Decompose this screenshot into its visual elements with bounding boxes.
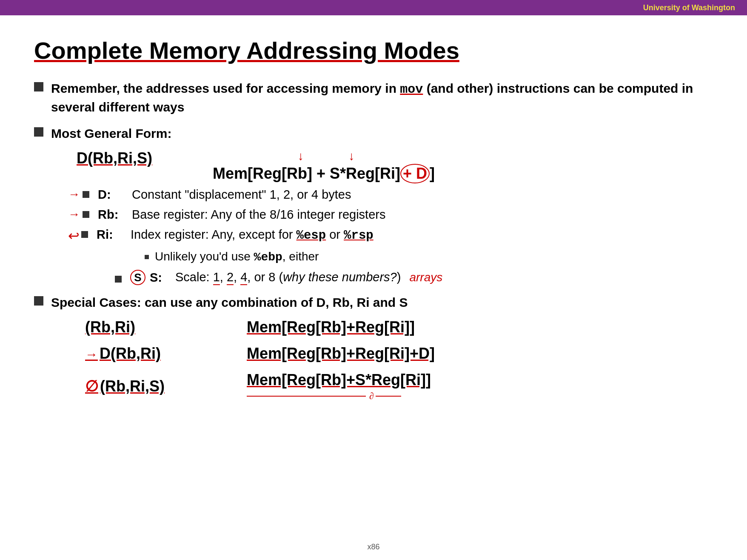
scale-4: 4 <box>240 270 247 285</box>
special-right-3: Mem[Reg[Rb]+S*Reg[Ri]] <box>247 371 431 389</box>
special-left-2: →D(Rb,Ri) <box>85 345 247 363</box>
red-line-bottom-2 <box>376 396 401 397</box>
small-square <box>145 255 149 259</box>
bullet-2: Most General Form: <box>34 125 713 143</box>
special-right-3-wrapper: Mem[Reg[Rb]+S*Reg[Ri]] ∂ <box>247 371 431 402</box>
s-circle: S <box>130 270 145 285</box>
label-Rb: Rb: <box>98 208 132 222</box>
nested-text: Unlikely you'd use %ebp, either <box>155 250 319 264</box>
scale-2: 2 <box>227 270 234 285</box>
slide-content: Complete Memory Addressing Modes Remembe… <box>0 15 747 427</box>
footer-bar: x86 <box>0 543 747 551</box>
text-Ri: Index register: Any, except for %esp or … <box>131 228 374 243</box>
special-mem-3: Mem[Reg[Rb]+S*Reg[Ri]] <box>247 371 431 389</box>
circled-d: + D <box>400 164 430 183</box>
text-S: Scale: 1, 2, 4, or 8 (why these numbers?… <box>175 270 401 285</box>
form-right: Mem[Reg[Rb] + S*Reg[Ri]+ D] <box>213 164 435 183</box>
special-left-3: ∅(Rb,Ri,S) <box>85 377 247 395</box>
label-S: S: <box>150 271 175 285</box>
special-form-2: D(Rb,Ri) <box>100 345 161 362</box>
special-form-3: (Rb,Ri,S) <box>100 377 165 395</box>
square-Rb <box>83 211 89 218</box>
scale-question: why these numbers? <box>283 270 397 284</box>
sub-bullet-Rb: → Rb: Base register: Any of the 8/16 int… <box>68 208 713 222</box>
special-row-2: →D(Rb,Ri) Mem[Reg[Rb]+Reg[Ri]+D] <box>85 345 713 363</box>
bullet-1-section: Remember, the addresses used for accessi… <box>34 80 713 116</box>
phi-symbol: ∅ <box>85 377 98 395</box>
bullet-1: Remember, the addresses used for accessi… <box>34 80 713 116</box>
special-right-2: Mem[Reg[Rb]+Reg[Ri]+D] <box>247 345 435 363</box>
university-title: University of Washington <box>643 3 735 12</box>
general-form: D(Rb,Ri,S) ↓ ↓ Mem[Reg[Rb] + S*Reg[Ri]+ … <box>34 149 713 183</box>
bullet-3: Special Cases: can use any combination o… <box>34 294 713 311</box>
bullet-3-section: Special Cases: can use any combination o… <box>34 294 713 402</box>
label-D: D: <box>98 188 132 202</box>
sub-bullet-Ri: ↩ Ri: Index register: Any, except for %e… <box>68 228 713 244</box>
red-arrows: ↓ ↓ <box>298 149 368 163</box>
special-row-3: ∅(Rb,Ri,S) Mem[Reg[Rb]+S*Reg[Ri]] ∂ <box>85 371 713 402</box>
bullet-3-text: Special Cases: can use any combination o… <box>51 294 408 311</box>
special-cases-rows: (Rb,Ri) Mem[Reg[Rb]+Reg[Ri]] →D(Rb,Ri) M… <box>34 318 713 402</box>
square-S <box>115 276 122 283</box>
form-left-text: D(Rb,Ri,S) <box>77 149 152 167</box>
form-right-wrapper: ↓ ↓ Mem[Reg[Rb] + S*Reg[Ri]+ D] <box>213 149 435 183</box>
bullet-square-2 <box>34 127 43 137</box>
s-bullet: S S: Scale: 1, 2, 4, or 8 (why these num… <box>102 270 713 285</box>
nested-bullet: Unlikely you'd use %ebp, either <box>145 250 713 264</box>
neg-arrow-2: → <box>85 347 98 361</box>
special-row-1: (Rb,Ri) Mem[Reg[Rb]+Reg[Ri]] <box>85 318 713 336</box>
bullet-2-text: Most General Form: <box>51 125 171 143</box>
slide-title: Complete Memory Addressing Modes <box>34 37 713 64</box>
mov-keyword: mov <box>400 82 423 97</box>
special-mem-1: Mem[Reg[Rb]+Reg[Ri]] <box>247 318 415 336</box>
special-form-1: (Rb,Ri) <box>85 318 135 336</box>
rsp-keyword: %rsp <box>344 229 374 243</box>
bottom-annotation: ∂ <box>247 391 431 402</box>
square-D <box>83 191 89 198</box>
esp-keyword: %esp <box>297 229 326 243</box>
arrow-D: → <box>68 188 80 201</box>
form-row: D(Rb,Ri,S) ↓ ↓ Mem[Reg[Rb] + S*Reg[Ri]+ … <box>77 149 713 183</box>
ebp-keyword: %ebp <box>254 251 282 264</box>
special-mem-2: Mem[Reg[Rb]+Reg[Ri]+D] <box>247 345 435 362</box>
sub-bullets: → D: Constant "displacement" 1, 2, or 4 … <box>68 188 713 285</box>
special-left-1: (Rb,Ri) <box>85 318 247 336</box>
sub-bullet-D: → D: Constant "displacement" 1, 2, or 4 … <box>68 188 713 202</box>
footer-text: x86 <box>367 543 379 551</box>
phi-annotation: ∂ <box>369 391 374 402</box>
square-Ri <box>81 231 88 238</box>
bullet-square-1 <box>34 82 43 91</box>
bullet-2-section: Most General Form: D(Rb,Ri,S) ↓ ↓ Mem[Re… <box>34 125 713 285</box>
bullet-1-text: Remember, the addresses used for accessi… <box>51 80 713 116</box>
bullet-square-3 <box>34 296 43 306</box>
arrow-Ri: ↩ <box>68 228 80 244</box>
text-Rb: Base register: Any of the 8/16 integer r… <box>132 208 385 222</box>
text-D: Constant "displacement" 1, 2, or 4 bytes <box>132 188 351 202</box>
red-line-bottom <box>247 396 366 397</box>
top-bar: University of Washington <box>0 0 747 15</box>
label-Ri: Ri: <box>97 228 131 242</box>
arrays-annotation: arrays <box>409 271 442 284</box>
scale-1: 1 <box>213 270 220 285</box>
arrow-Rb: → <box>68 208 80 221</box>
form-left: D(Rb,Ri,S) <box>77 149 213 167</box>
special-right-1: Mem[Reg[Rb]+Reg[Ri]] <box>247 318 415 336</box>
